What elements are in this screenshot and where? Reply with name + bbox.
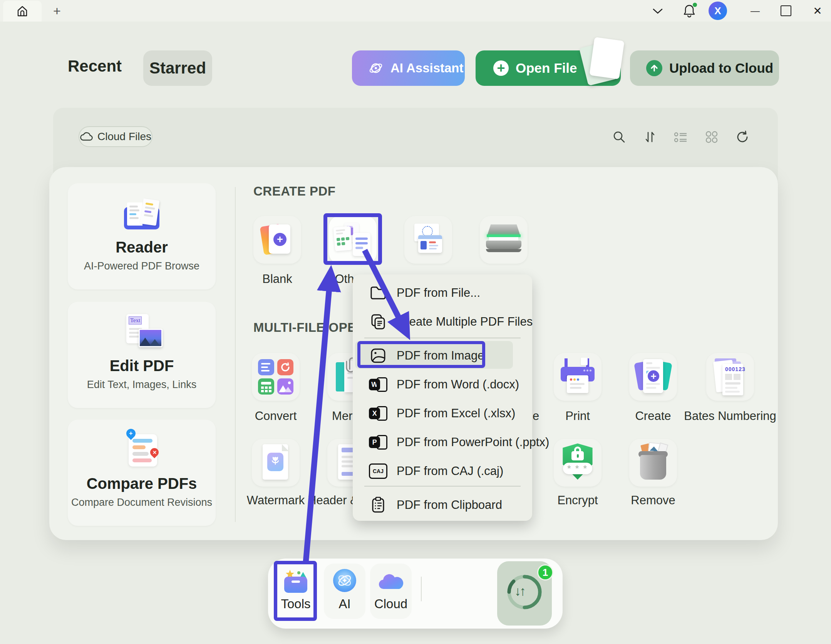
clipboard-icon [369,497,387,514]
dock-item-ai[interactable]: AI [324,564,365,619]
search-button[interactable] [612,129,627,145]
panel-divider [235,187,236,522]
tile-remove[interactable] [629,439,677,487]
ai-assistant-button[interactable]: AI Assistant [352,50,465,86]
tile-print[interactable] [554,353,601,401]
grid-view-button[interactable] [704,129,719,145]
edit-pdf-subtitle: Edit Text, Images, Links [68,379,216,391]
maximize-button[interactable] [777,3,795,19]
menu-item-pdf-from-file[interactable]: PDF from File... [359,279,526,307]
create-pdf-menu: PDF from File... Create Multiple PDF Fil… [353,274,532,521]
plus-icon: + [53,3,61,18]
create-tile-scanner[interactable] [480,216,528,264]
reader-book-icon [122,199,161,232]
powerpoint-file-icon: P [369,434,387,451]
tile-encrypt[interactable]: * * * [554,439,601,487]
blank-icon: + [262,224,293,256]
cloud-icon [80,132,93,142]
home-tab[interactable] [3,1,42,22]
edit-pdf-card[interactable]: Text Edit PDF Edit Text, Images, Links [68,302,216,408]
bates-numbering-icon: 000123 [714,358,746,395]
grid-view-icon [705,130,719,144]
search-icon [612,130,626,144]
home-icon [16,5,29,18]
dock-item-cloud[interactable]: Cloud [370,564,412,619]
watermark-icon [263,444,289,481]
list-view-button[interactable] [673,129,689,145]
compare-pdfs-title: Compare PDFs [68,475,216,492]
refresh-button[interactable] [735,129,750,145]
bell-icon [682,3,696,18]
plus-circle-icon: + [493,60,509,76]
cloud-dock-icon [377,569,405,593]
edit-pdf-title: Edit PDF [68,357,216,375]
edit-pdf-icon: Text [126,314,161,351]
create-tile-blank[interactable]: + [253,216,301,264]
minimize-button[interactable]: — [746,3,764,19]
upload-arrow-icon [646,60,662,76]
folder-icon [369,284,387,301]
menu-item-pdf-from-powerpoint[interactable]: P PDF from PowerPoint (.pptx) [359,428,526,456]
hidden-tile-label-fragment: e [533,409,539,423]
print-icon [561,358,595,395]
annotation-box-pdf-from-image [357,341,485,368]
tile-convert-label: Convert [255,409,297,423]
avatar[interactable]: X [709,2,727,20]
minimize-icon: — [751,5,760,16]
tile-bates-numbering[interactable]: 000123 [706,353,754,401]
tile-watermark-label: Watermark [247,493,305,507]
sort-icon [643,130,657,144]
excel-file-icon: X [369,405,387,422]
create-pdf-heading: CREATE PDF [253,184,335,199]
menu-item-pdf-from-clipboard[interactable]: PDF from Clipboard [359,491,526,519]
menu-item-pdf-from-word[interactable]: W PDF from Word (.docx) [359,371,526,398]
upload-to-cloud-button[interactable]: Upload to Cloud [630,50,779,86]
tile-watermark[interactable] [252,439,300,487]
new-tab-button[interactable]: + [49,3,65,18]
notifications-button[interactable] [680,2,699,20]
reader-subtitle: AI-Powered PDF Browse [68,260,216,272]
word-file-icon: W [369,376,387,393]
chevron-down-icon [652,8,663,15]
notification-dot [693,3,697,7]
tab-recent[interactable]: Recent [68,57,122,75]
cloud-files-button[interactable]: Cloud Files [79,126,152,147]
caj-file-icon: CAJ [369,463,387,480]
annotation-box-others-tile [323,213,382,265]
annotation-box-tools [274,561,317,621]
maximize-icon [781,5,791,16]
refresh-icon [735,130,750,144]
create-docs-icon: + [636,358,670,395]
sync-badge: 1 [537,564,553,580]
tile-convert[interactable] [252,353,300,401]
close-icon: ✕ [813,5,822,17]
tab-starred[interactable]: Starred [143,50,212,86]
list-view-icon [674,130,688,144]
ai-icon [332,569,357,593]
compare-pdfs-icon: + ✕ [126,430,159,469]
menu-item-create-multiple[interactable]: Create Multiple PDF Files [359,308,526,336]
tile-print-label: Print [565,409,590,423]
certificate-icon [411,224,445,256]
compare-pdfs-subtitle: Compare Document Revisions [68,497,216,509]
close-button[interactable]: ✕ [809,3,826,19]
tile-create-label: Create [635,409,671,423]
ai-swirl-icon [368,60,384,76]
reader-card[interactable]: Reader AI-Powered PDF Browse [68,183,216,289]
open-file-pages-illustration [583,37,630,94]
tile-bates-numbering-label: Bates Numbering [684,409,776,423]
sort-button[interactable] [642,129,658,145]
create-tile-blank-label: Blank [262,272,292,286]
create-tile-certificate[interactable] [404,216,452,264]
collapse-button[interactable] [649,4,666,18]
sync-progress-icon: ↓↑ [506,574,543,611]
compare-pdfs-card[interactable]: + ✕ Compare PDFs Compare Document Revisi… [68,420,216,526]
menu-item-pdf-from-excel[interactable]: X PDF from Excel (.xlsx) [359,400,526,427]
menu-divider [364,486,521,487]
convert-icon [258,359,293,395]
tile-create[interactable]: + [629,353,677,401]
menu-item-pdf-from-caj[interactable]: CAJ PDF from CAJ (.caj) [359,457,526,485]
open-file-button[interactable]: + Open File [476,50,621,86]
menu-divider [364,338,521,338]
encrypt-shield-icon: * * * [560,443,595,482]
